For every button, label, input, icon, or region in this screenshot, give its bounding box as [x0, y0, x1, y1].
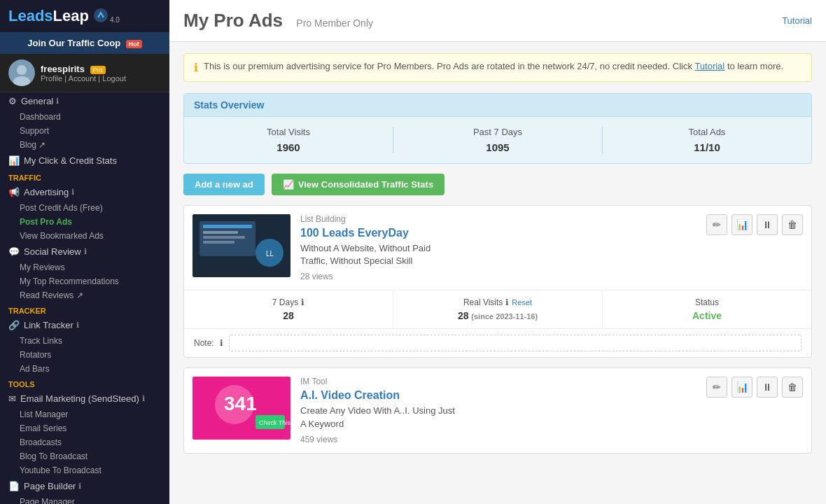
hot-badge: Hot: [126, 40, 142, 48]
sidebar-subitem-read-reviews[interactable]: Read Reviews ↗: [0, 288, 169, 302]
svg-rect-7: [203, 231, 238, 234]
view-stats-button[interactable]: 📈 View Consolidated Traffic Stats: [272, 174, 444, 195]
pause-ad-button-2[interactable]: ⏸: [757, 377, 778, 398]
info-icon: ℹ: [56, 97, 59, 106]
real-visits-info-icon: ℹ: [505, 298, 509, 307]
sidebar-subitem-credit-ads[interactable]: Post Credit Ads (Free): [0, 201, 169, 215]
sidebar-subitem-ad-bars[interactable]: Ad Bars: [0, 362, 169, 376]
stats-overview: Stats Overview Total Visits 1960 Past 7 …: [183, 93, 812, 164]
main-header: My Pro Ads Pro Member Only Tutorial: [169, 0, 826, 42]
sidebar-item-link-tracker[interactable]: 🔗 Link Tracker ℹ: [0, 316, 169, 334]
sidebar-subitem-support[interactable]: Support: [0, 124, 169, 138]
sidebar-subitem-dashboard[interactable]: Dashboard: [0, 110, 169, 124]
ad-card-1-main: LL List Building 100 Leads EveryDay With…: [184, 206, 811, 290]
stats-ad-button-1[interactable]: 📊: [732, 214, 752, 235]
stat-past-7days-label: Past 7 Days: [393, 127, 602, 137]
social-review-info-icon: ℹ: [84, 247, 87, 256]
logo-leads: Leads: [8, 7, 53, 24]
action-buttons: Add a new ad 📈 View Consolidated Traffic…: [183, 174, 812, 195]
ad-category-2: IM Tool: [300, 377, 706, 386]
general-icon: ⚙: [8, 96, 17, 106]
sidebar-subitem-my-reviews[interactable]: My Reviews: [0, 260, 169, 274]
sidebar-item-general[interactable]: ⚙ General ℹ: [0, 92, 169, 110]
ad-card-2: 341 Check This Out IM Tool A.I. Video Cr…: [183, 368, 812, 453]
sidebar-subitem-blog-to-broadcast[interactable]: Blog To Broadcast: [0, 449, 169, 463]
info-banner-text: This is our premium advertising service …: [204, 61, 783, 71]
sidebar-logo: LeadsLeap 4.0: [0, 0, 169, 32]
ad-note-row-1: Note: ℹ: [184, 328, 811, 357]
advertising-label: Advertising: [24, 187, 69, 197]
sidebar-subitem-list-manager[interactable]: List Manager: [0, 407, 169, 421]
sidebar-general-label: General: [21, 96, 53, 106]
stat-total-visits-label: Total Visits: [184, 127, 393, 137]
ad-title-1[interactable]: 100 Leads EveryDay: [300, 227, 706, 239]
sidebar-item-page-builder[interactable]: 📄 Page Builder ℹ: [0, 477, 169, 495]
tracker-section-label: Tracker: [0, 302, 169, 316]
info-banner: ℹ This is our premium advertising servic…: [183, 53, 812, 82]
sidebar-subitem-top-recommendations[interactable]: My Top Recommendations: [0, 274, 169, 288]
edit-ad-button-1[interactable]: ✏: [706, 214, 727, 235]
svg-point-0: [94, 8, 108, 22]
email-marketing-icon: ✉: [8, 393, 16, 404]
stat-total-ads-label: Total Ads: [603, 127, 811, 137]
tutorial-link[interactable]: Tutorial: [782, 15, 812, 26]
ad-stat-real-visits-1: Real Visits ℹ Reset 28 (since 2023-11-16…: [393, 290, 603, 328]
click-credit-label: My Click & Credit Stats: [24, 155, 117, 166]
logo-leap: Leap: [53, 7, 89, 24]
ad-stats-row-1: 7 Days ℹ 28 Real Visits ℹ Reset 28 (sinc…: [184, 290, 811, 328]
sidebar-subitem-track-links[interactable]: Track Links: [0, 334, 169, 348]
ad-title-2[interactable]: A.I. Video Creation: [300, 389, 706, 402]
coop-label: Join Our Traffic Coop: [27, 38, 120, 48]
add-new-ad-button[interactable]: Add a new ad: [183, 174, 265, 195]
page-title: My Pro Ads Pro Member Only: [183, 10, 373, 31]
sidebar-subitem-broadcasts[interactable]: Broadcasts: [0, 435, 169, 449]
sidebar-subitem-bookmarked-ads[interactable]: View Bookmarked Ads: [0, 229, 169, 243]
delete-ad-button-2[interactable]: 🗑: [782, 377, 803, 398]
logout-link[interactable]: Logout: [102, 74, 126, 83]
pause-ad-button-1[interactable]: ⏸: [757, 214, 778, 235]
ad-info-2: IM Tool A.I. Video Creation Create Any V…: [300, 377, 706, 444]
ad-views-1: 28 views: [300, 272, 706, 281]
edit-ad-button-2[interactable]: ✏: [706, 377, 727, 398]
ad-desc-1: Without A Website, Without Paid Traffic,…: [300, 242, 706, 267]
sidebar-item-social-review[interactable]: 💬 Social Review ℹ: [0, 243, 169, 260]
ad-actions-1: ✏ 📊 ⏸ 🗑: [706, 214, 803, 235]
info-tutorial-link[interactable]: Tutorial: [694, 61, 724, 71]
social-review-icon: 💬: [8, 246, 20, 257]
link-tracker-icon: 🔗: [8, 320, 20, 330]
link-tracker-label: Link Tracker: [24, 320, 74, 330]
sidebar-subitem-page-manager[interactable]: Page Manager: [0, 495, 169, 504]
coop-link[interactable]: Join Our Traffic Coop Hot: [27, 38, 142, 48]
ad-views-2: 459 views: [300, 435, 706, 444]
sidebar-subitem-email-series[interactable]: Email Series: [0, 421, 169, 435]
sidebar-item-advertising[interactable]: 📢 Advertising ℹ: [0, 183, 169, 201]
avatar: [8, 59, 35, 86]
account-link[interactable]: Account: [69, 74, 97, 83]
sidebar-subitem-blog[interactable]: Blog ↗: [0, 138, 169, 152]
ad-category-1: List Building: [300, 214, 706, 224]
stat-total-ads-value: 11/10: [603, 141, 811, 153]
ad-7days-value-1: 28: [194, 310, 383, 321]
stats-overview-body: Total Visits 1960 Past 7 Days 1095 Total…: [184, 117, 811, 163]
note-label-1: Note:: [194, 338, 214, 348]
svg-text:LL: LL: [266, 250, 274, 258]
reset-link-1[interactable]: Reset: [512, 298, 532, 307]
profile-link[interactable]: Profile: [41, 74, 62, 83]
email-marketing-info-icon: ℹ: [142, 394, 145, 403]
coop-banner[interactable]: Join Our Traffic Coop Hot: [0, 32, 169, 54]
sidebar-subitem-youtube-to-broadcast[interactable]: Youtube To Broadcast: [0, 463, 169, 477]
sidebar-subitem-rotators[interactable]: Rotators: [0, 348, 169, 362]
sidebar-item-click-credit[interactable]: 📊 My Click & Credit Stats: [0, 152, 169, 169]
link-tracker-info-icon: ℹ: [76, 321, 79, 330]
note-input-1[interactable]: [229, 335, 802, 351]
stat-past-7days-value: 1095: [393, 141, 602, 153]
stat-total-visits-value: 1960: [184, 141, 393, 153]
username: freespirits Pro: [41, 64, 126, 74]
svg-text:341: 341: [224, 393, 257, 414]
sidebar-item-email-marketing[interactable]: ✉ Email Marketing (SendSteed) ℹ: [0, 390, 169, 407]
advertising-icon: 📢: [8, 187, 20, 197]
sidebar-subitem-pro-ads[interactable]: Post Pro Ads: [0, 215, 169, 229]
stats-chart-icon: 📈: [283, 179, 294, 190]
stats-ad-button-2[interactable]: 📊: [732, 377, 752, 398]
delete-ad-button-1[interactable]: 🗑: [782, 214, 803, 235]
